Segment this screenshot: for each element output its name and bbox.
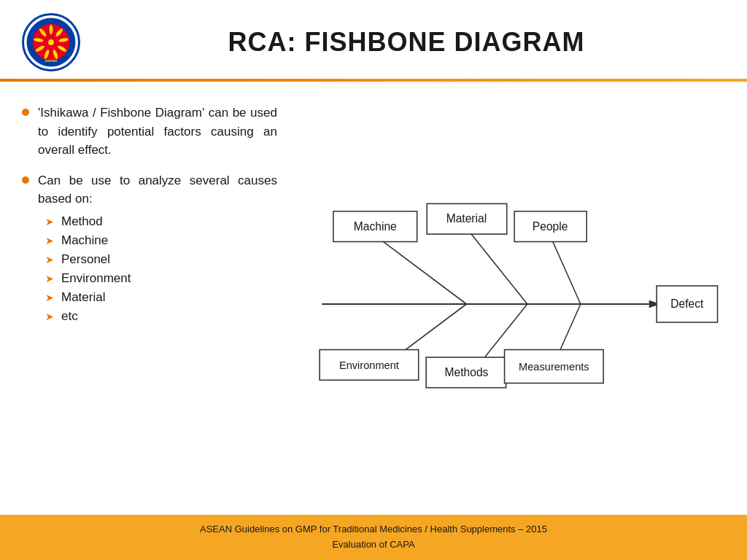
footer: ASEAN Guidelines on GMP for Traditional … [0, 515, 747, 560]
svg-point-2 [50, 25, 53, 35]
sub-list: ➤ Method ➤ Machine ➤ Personel ➤ Environm… [45, 214, 277, 324]
arrow-icon-4: ➤ [45, 273, 54, 284]
orange-divider [0, 79, 747, 82]
sub-item-method: ➤ Method [45, 214, 277, 229]
sub-item-machine: ➤ Machine [45, 233, 277, 248]
bullet-dot-1 [22, 109, 29, 116]
footer-line2: Evaluation of CAPA [22, 537, 725, 553]
arrow-icon-6: ➤ [45, 311, 54, 322]
sub-label-method: Method [61, 214, 103, 229]
bullet-text-1: 'Ishikawa / Fishbone Diagram' can be use… [38, 104, 277, 160]
material-label: Material [446, 212, 487, 225]
sub-item-environment: ➤ Environment [45, 271, 277, 286]
sub-label-machine: Machine [61, 233, 108, 248]
text-content: 'Ishikawa / Fishbone Diagram' can be use… [22, 104, 285, 505]
footer-line1: ASEAN Guidelines on GMP for Traditional … [22, 522, 725, 537]
main-content: 'Ishikawa / Fishbone Diagram' can be use… [0, 89, 747, 512]
sub-label-etc: etc [61, 309, 78, 324]
sub-label-personel: Personel [61, 252, 110, 267]
sub-item-etc: ➤ etc [45, 309, 277, 324]
bullet-item-2: Can be use to analyze several causes bas… [22, 171, 277, 328]
svg-line-15 [375, 236, 466, 304]
methods-label: Methods [444, 366, 488, 378]
svg-text:asean: asean [45, 58, 58, 63]
people-label: People [533, 220, 568, 233]
sub-item-personel: ➤ Personel [45, 252, 277, 267]
arrow-icon-2: ➤ [45, 235, 54, 246]
sub-label-environment: Environment [61, 271, 131, 286]
bullet-text-2: Can be use to analyze several causes bas… [38, 171, 277, 209]
arrow-icon-5: ➤ [45, 292, 54, 303]
arrow-icon-1: ➤ [45, 216, 54, 228]
fishbone-svg: Machine Material People Environment Meth… [299, 104, 725, 505]
bullet-dot-2 [22, 176, 29, 184]
measurements-label: Measurements [519, 361, 589, 373]
bullet-text-wrapper-2: Can be use to analyze several causes bas… [38, 171, 277, 328]
sub-label-material: Material [61, 290, 105, 305]
svg-point-11 [48, 39, 54, 45]
title-area: RCA: FISHBONE DIAGRAM [95, 27, 718, 58]
header: asean RCA: FISHBONE DIAGRAM [0, 0, 747, 79]
defect-label: Defect [670, 298, 704, 310]
svg-line-17 [550, 236, 581, 304]
sub-item-material: ➤ Material [45, 290, 277, 305]
logo: asean [22, 13, 80, 71]
environment-label: Environment [339, 359, 399, 371]
page-title: RCA: FISHBONE DIAGRAM [95, 27, 718, 58]
machine-label: Machine [354, 220, 397, 233]
bullet-item-1: 'Ishikawa / Fishbone Diagram' can be use… [22, 104, 277, 160]
fishbone-diagram: Machine Material People Environment Meth… [299, 104, 725, 505]
arrow-icon-3: ➤ [45, 254, 54, 265]
